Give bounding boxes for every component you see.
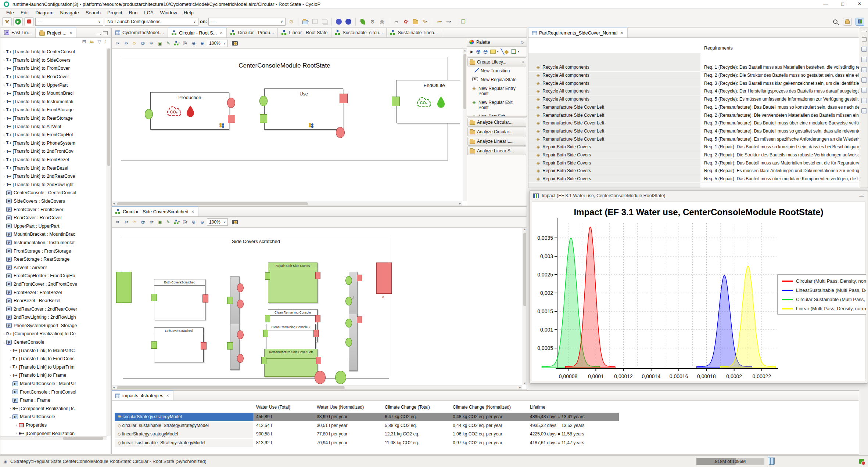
expand-icon[interactable]: › xyxy=(2,174,6,178)
tree-item[interactable]: ›T⇢[Transfo Link] to FrontCupHol xyxy=(0,131,107,139)
requirement-text-cell[interactable]: Req. 2 (Repair): Die Struktur des Bautei… xyxy=(700,151,859,159)
node-end-of-life[interactable]: EndOfLife CO₂ xyxy=(397,80,460,123)
node-repair-both-side-covers[interactable]: Repair Both Side Covers xyxy=(268,263,318,303)
launch-gear-icon[interactable]: ⚙ xyxy=(287,18,295,26)
external-tools-icon[interactable]: ◎ xyxy=(378,18,386,26)
impacts-row-2[interactable]: ◇ linearStrategy.strategyModel900,58 l77… xyxy=(112,430,859,438)
impacts-row-0[interactable]: ✳ circularStrategy.strategyModel455,89 l… xyxy=(112,413,859,421)
hierarchy-icon[interactable]: ▾ xyxy=(173,40,180,47)
menu-help[interactable]: Help xyxy=(180,10,197,15)
tree-item[interactable]: ⌄PMainPartConsole xyxy=(0,413,107,421)
launch-config-combo[interactable]: No Launch Configurations∨ xyxy=(105,18,198,26)
editor-tab-2[interactable]: Circular - Produ... xyxy=(227,28,278,37)
open-folder-icon[interactable] xyxy=(411,18,419,26)
tree-item[interactable]: ›T⇢[Transfo Link] to CenterConsol xyxy=(0,48,107,56)
build-hammer-button[interactable]: ⚒ xyxy=(2,17,12,26)
expand-icon[interactable]: › xyxy=(2,124,6,128)
palette-group-0[interactable]: Create Lifecy...« xyxy=(467,57,526,66)
expand-icon[interactable]: › xyxy=(2,182,6,187)
tree-item[interactable]: ⌄PCenterConsole xyxy=(0,338,107,347)
palette-item-new-transition[interactable]: New Transition xyxy=(467,66,527,75)
minimize-panel-icon[interactable] xyxy=(96,34,101,35)
view-menu-icon[interactable]: ⁞ xyxy=(105,39,106,44)
expand-icon[interactable]: › xyxy=(8,406,12,410)
snapshot-icon[interactable] xyxy=(231,40,238,47)
layout-icon[interactable]: ⌗▾ xyxy=(114,218,121,226)
requirement-strategy-cell[interactable]: ◈Recycle All components xyxy=(528,87,700,95)
forward-icon[interactable]: ⇨▾ xyxy=(445,18,453,26)
requirement-text-cell[interactable]: Req. 2 (Remanufacture): Die verwendeten … xyxy=(700,111,859,119)
zoom-in-icon[interactable]: ⊕ xyxy=(190,218,197,226)
paste-icon[interactable]: ⎘▾ xyxy=(182,218,189,226)
requirement-text-cell[interactable]: Req. 3 (Repair): Das Bauteil muss aus Ma… xyxy=(700,159,859,167)
requirement-text-cell[interactable]: Req. 3 (Remanufacture): Das Bauteil muss… xyxy=(700,119,859,127)
tab-part-requirements[interactable]: PartRequirements_SideCover_Normal✕ xyxy=(528,28,628,37)
expand-icon[interactable]: › xyxy=(14,423,19,427)
tab-impacts-4strategies[interactable]: impacts_4strategies✕ xyxy=(112,390,173,400)
side-covers-diagram-canvas[interactable]: 1.0 1.0 1.0 1.0 1.0 1.0 1.0 Side Covers … xyxy=(112,228,522,385)
print-table-icon[interactable] xyxy=(861,98,867,103)
menu-search[interactable]: Search xyxy=(82,10,104,15)
requirement-text-cell[interactable]: Req. 5 (Recycle): Es müssen umfassende I… xyxy=(700,95,859,104)
tree-item[interactable]: PRearBezel : RearBezel xyxy=(0,297,107,305)
tree-item[interactable]: PFrontStorage : FrontStorage xyxy=(0,247,107,255)
expand-icon[interactable]: › xyxy=(2,91,6,95)
requirement-strategy-cell[interactable]: ◈Repair Both Side Covers xyxy=(528,167,700,175)
end-state-rect[interactable] xyxy=(376,263,392,294)
palette-group-3[interactable]: Analyze Linear L... xyxy=(467,137,526,146)
visibility-icon[interactable]: ⧉▾ xyxy=(139,218,147,226)
export-image-icon[interactable]: ▣ xyxy=(156,40,164,47)
gc-trash-icon[interactable] xyxy=(769,458,775,465)
outline-list-icon[interactable] xyxy=(861,57,867,62)
requirement-strategy-cell[interactable]: ◈Repair Both Side Covers xyxy=(528,175,700,183)
close-icon[interactable]: ✕ xyxy=(220,31,223,35)
tree-item[interactable]: ›T⇢[Transfo Link] to MountinBracl xyxy=(0,89,107,98)
menu-file[interactable]: File xyxy=(3,10,17,15)
filters-icon[interactable]: ⋎▾ xyxy=(148,218,155,226)
requirement-text-cell[interactable]: Req. 4 (Recycle): Der Herstellungsprozes… xyxy=(700,87,859,95)
tree-item[interactable]: ›T⇢[Transfo Link] to Instrumentati xyxy=(0,98,107,106)
close-icon[interactable]: ✕ xyxy=(166,394,169,398)
note-tool-icon[interactable] xyxy=(490,50,496,54)
editor-tab-4[interactable]: Sustainable_circu... xyxy=(331,28,387,37)
palette-item-new-part-exit[interactable]: ◈New Part Exit xyxy=(467,112,527,117)
menu-project[interactable]: Project xyxy=(104,10,125,15)
requirement-strategy-cell[interactable]: ◈Remanufacture Side Cover Left xyxy=(528,119,700,127)
chart-minimize-icon[interactable]: — xyxy=(859,193,864,199)
new-wizard-icon[interactable]: ▾ xyxy=(301,18,309,26)
note-attachment-tool-icon[interactable]: ╲◆ xyxy=(501,48,509,55)
requirement-strategy-cell[interactable]: ◈Remanufacture Side Cover Left xyxy=(528,104,700,112)
requirement-text-cell[interactable]: Req. 5 (Remanufacture): Es müssen spezif… xyxy=(700,135,859,143)
maximize-button[interactable]: □ xyxy=(834,0,851,9)
tree-item[interactable]: ›T⇢[Transfo Link] to FrontCover xyxy=(0,64,107,73)
requirement-strategy-cell[interactable]: ◈Remanufacture Side Cover Left xyxy=(528,111,700,119)
menu-run[interactable]: Run xyxy=(125,10,141,15)
requirement-tree-icon[interactable] xyxy=(861,67,867,72)
zoom-level-select[interactable]: 100%∨ xyxy=(207,40,228,47)
lca-leaf-icon[interactable] xyxy=(359,18,367,26)
requirement-strategy-cell[interactable]: ◈Repair Both Side Covers xyxy=(528,143,700,151)
tree-item[interactable]: PFrontCupHolder : FrontCupHo xyxy=(0,272,107,280)
expand-icon[interactable]: › xyxy=(2,83,6,87)
print-icon[interactable] xyxy=(861,47,867,52)
filters-icon[interactable]: ⋎▾ xyxy=(148,40,155,47)
perspective-modeling-icon[interactable] xyxy=(843,18,852,26)
close-icon[interactable]: ✕ xyxy=(191,210,194,214)
run-last-icon[interactable] xyxy=(335,18,343,26)
node-remanufacture-side-cover-left[interactable]: Remanufacture Side Cover Left xyxy=(264,349,318,377)
menu-navigate[interactable]: Navigate xyxy=(57,10,82,15)
expand-icon[interactable]: › xyxy=(2,149,6,153)
tree-item[interactable]: ›T⇢[Transfo Link] to Frame xyxy=(0,371,107,380)
editor-tab-0[interactable]: CyclometricModel.... xyxy=(112,28,168,37)
tree-item[interactable]: PFrontBezel : FrontBezel xyxy=(0,288,107,297)
expand-icon[interactable]: › xyxy=(2,166,6,170)
expand-icon[interactable]: › xyxy=(2,141,6,145)
canvas2-vertical-scrollbar[interactable]: ▲▼ xyxy=(523,228,527,385)
expand-icon[interactable]: › xyxy=(8,348,12,352)
heap-status[interactable]: 818M of 1096M xyxy=(696,458,764,465)
palette-item-new-regular-exit-point[interactable]: ◈New Regular Exit Point xyxy=(467,98,527,112)
tree-item[interactable]: P2ndRearCover : 2ndRearCover xyxy=(0,305,107,313)
collapse-icon[interactable]: ⌄ xyxy=(8,415,12,419)
requirement-text-cell[interactable]: Req. 3 (Recycle): Das Bauteil muss klar … xyxy=(700,79,859,87)
root-state-diagram-canvas[interactable]: 1.0 1.0 1.0 1.0 CenterConsoleModule Root… xyxy=(112,49,460,201)
